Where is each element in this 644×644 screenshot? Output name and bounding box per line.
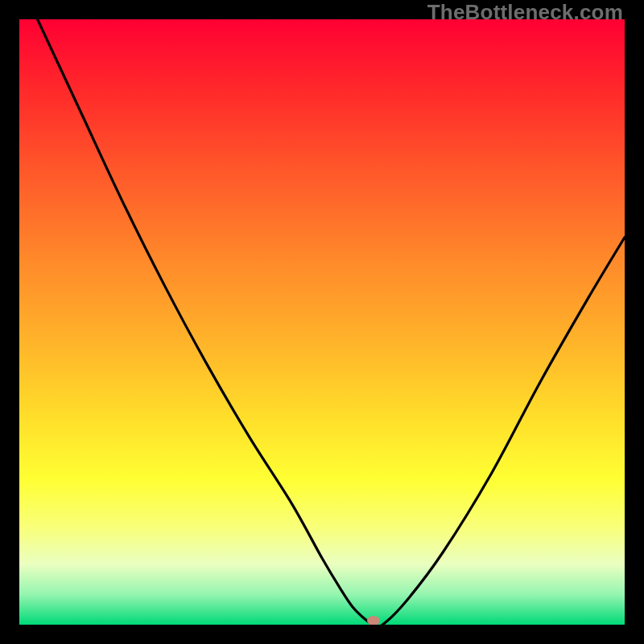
plot-area (19, 19, 625, 625)
bottleneck-curve (19, 19, 625, 625)
chart-frame: TheBottleneck.com (0, 0, 644, 644)
optimal-point-marker (367, 616, 380, 625)
watermark-text: TheBottleneck.com (427, 0, 623, 25)
